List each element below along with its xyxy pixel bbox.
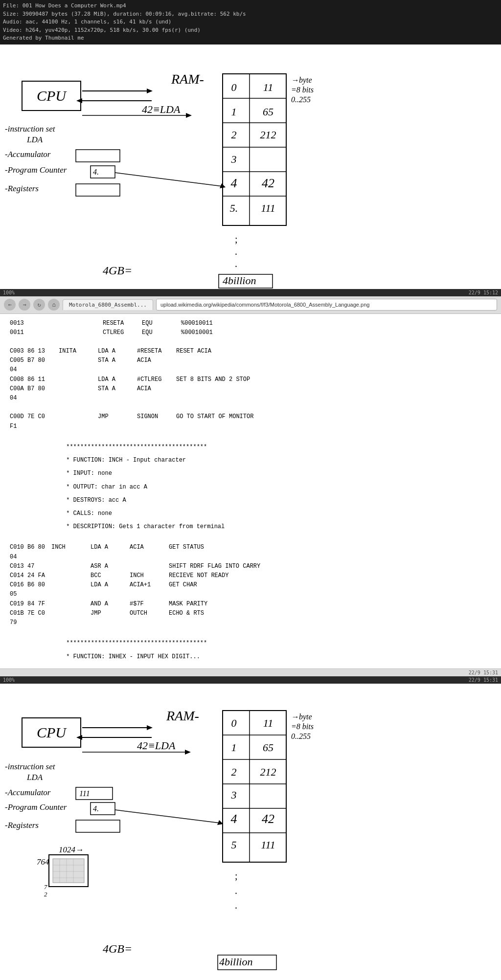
svg-text:LDA: LDA [26,135,43,144]
svg-text:3: 3 [231,153,237,165]
svg-text:RAM-: RAM- [171,71,204,87]
statusbar1-left: 100% [3,290,15,295]
asm-stars-1: **************************************** [10,441,491,454]
video-size: Size: 39090487 bytes (37.28 MiB), durati… [3,10,498,19]
back-button[interactable]: ← [4,299,16,311]
browser-section: ← → ↻ ⌂ Motorola_6800_Assembl... 0013 RE… [0,296,501,676]
asm-comment-5: * CALLS: none [10,507,491,520]
svg-text:5: 5 [231,839,237,851]
asm-line: C016 B6 80 05 LDA A ACIA+1 GET CHAR [10,580,491,599]
browser-tab-active[interactable]: Motorola_6800_Assembl... [63,299,153,310]
svg-text:.: . [235,246,237,257]
svg-text:→byte: →byte [291,713,312,721]
svg-text:-instruction set: -instruction set [5,124,56,134]
statusbar1-right: 22/9 15:12 [469,290,498,295]
asm-line: C003 86 13 INITA LDA A #RESETA RESET ACI… [10,347,491,356]
svg-text:111: 111 [261,202,275,214]
asm-bottom-partial: * FUNCTION: INHEX - INPUT HEX DIGIT... [10,650,491,664]
svg-text:=8 bits: =8 bits [291,722,314,731]
svg-text:4GB=: 4GB= [103,942,132,955]
svg-text:CPU: CPU [37,88,67,104]
svg-text:-Accumulator: -Accumulator [5,150,51,159]
svg-text:;: ; [235,870,238,881]
asm-stars-2: **************************************** [10,637,491,650]
assembly-content: 0013 RESETA EQU %00010011 0011 CTLREG EQ… [0,314,501,668]
asm-comment-3: * OUTPUT: char in acc A [10,481,491,494]
svg-rect-73 [53,859,84,883]
svg-text:-instruction set: -instruction set [5,762,56,771]
svg-text:42: 42 [262,176,274,190]
svg-text:-Accumulator: -Accumulator [5,788,51,797]
asm-line: C005 B7 80 04 STA A ACIA [10,356,491,375]
svg-text:.: . [235,885,237,896]
svg-text:1: 1 [231,741,237,754]
asm-line: C008 86 11 LDA A #CTLREG SET 8 BITS AND … [10,375,491,384]
svg-text:764: 764 [37,857,49,867]
svg-marker-3 [147,89,153,93]
svg-text:0..255: 0..255 [291,732,311,740]
svg-text:4billion: 4billion [223,274,256,287]
svg-text:42≡LDA: 42≡LDA [142,103,181,115]
asm-line: C00D 7E C0 F1 JMP SIGNON GO TO START OF … [10,412,491,431]
home-button[interactable]: ⌂ [48,299,60,311]
svg-text:.: . [235,900,237,911]
asm-comment-2: * INPUT: none [10,467,491,480]
svg-marker-51 [147,725,153,730]
asm-comment-4: * DESTROYS: acc A [10,494,491,507]
svg-text:0: 0 [231,81,237,93]
svg-text:0..255: 0..255 [291,95,311,104]
video-info-bar: File: 001 How Does a Computer Work.mp4 S… [0,0,501,45]
svg-rect-13 [76,150,120,162]
svg-text:LDA: LDA [26,773,43,782]
video-statusbar-2: 100% 22/9 15:31 [0,676,501,684]
video-video: Video: h264, yuv420p, 1152x720p, 518 kb/… [3,26,498,35]
svg-text:11: 11 [263,81,273,93]
svg-text:0: 0 [231,717,237,729]
svg-text:-Program Counter: -Program Counter [5,802,67,812]
statusbar2-right: 22/9 15:31 [469,677,498,683]
forward-button[interactable]: → [19,299,30,311]
svg-text:11: 11 [263,717,273,729]
svg-text:RAM-: RAM- [166,708,199,723]
svg-text:CPU: CPU [37,724,67,740]
svg-text:212: 212 [260,129,276,141]
svg-rect-20 [76,184,120,196]
asm-comment-1: * FUNCTION: INCH - Input character [10,454,491,467]
asm-line: C014 24 FA BCC INCH RECIEVE NOT READY [10,571,491,580]
svg-line-17 [115,173,223,186]
svg-text:3: 3 [231,789,237,801]
svg-text:.: . [235,258,237,269]
video-frame-1: CPU RAM- 42≡LDA -instruction set LDA -Ac… [0,45,501,289]
video-filename: File: 001 How Does a Computer Work.mp4 [3,2,498,10]
svg-marker-56 [185,750,191,755]
address-bar[interactable] [156,299,497,311]
svg-text:1: 1 [231,106,237,118]
asm-line: C013 47 ASR A SHIFT RDRF FLAG INTO CARRY [10,562,491,571]
svg-text:7: 7 [44,883,47,891]
video-statusbar-1: 100% 22/9 15:12 [0,289,501,296]
svg-text:5.: 5. [230,202,238,214]
svg-text:4: 4 [231,176,237,190]
svg-text:2: 2 [231,129,237,141]
tab-label: Motorola_6800_Assembl... [69,302,147,308]
svg-marker-5 [76,98,82,103]
svg-text:-Program Counter: -Program Counter [5,165,67,175]
asm-line: 0011 CTLREG EQU %00010001 [10,328,491,337]
svg-text:212: 212 [260,766,276,778]
svg-text:42≡LDA: 42≡LDA [137,739,176,752]
browser-toolbar: ← → ↻ ⌂ Motorola_6800_Assembl... [0,296,501,314]
reload-button[interactable]: ↻ [33,299,45,311]
browser-status-right: 22/9 15:31 [469,670,498,675]
svg-text:4billion: 4billion [219,956,252,968]
asm-line: C01B 7E C0 79 JMP OUTCH ECHO & RTS [10,609,491,627]
svg-text:2: 2 [231,766,237,778]
svg-text:;: ; [235,234,238,245]
svg-text:42: 42 [262,812,274,826]
asm-line: C00A B7 80 04 STA A ACIA [10,384,491,403]
svg-text:4: 4 [231,812,237,826]
video-audio: Audio: aac, 44100 Hz, 1 channels, s16, 4… [3,18,498,26]
video-frame-2: CPU RAM- 42≡LDA -instruction set LDA -Ac… [0,684,501,980]
svg-text:→byte: →byte [291,76,312,85]
svg-text:=8 bits: =8 bits [291,86,314,94]
svg-text:-Registers: -Registers [5,821,39,830]
